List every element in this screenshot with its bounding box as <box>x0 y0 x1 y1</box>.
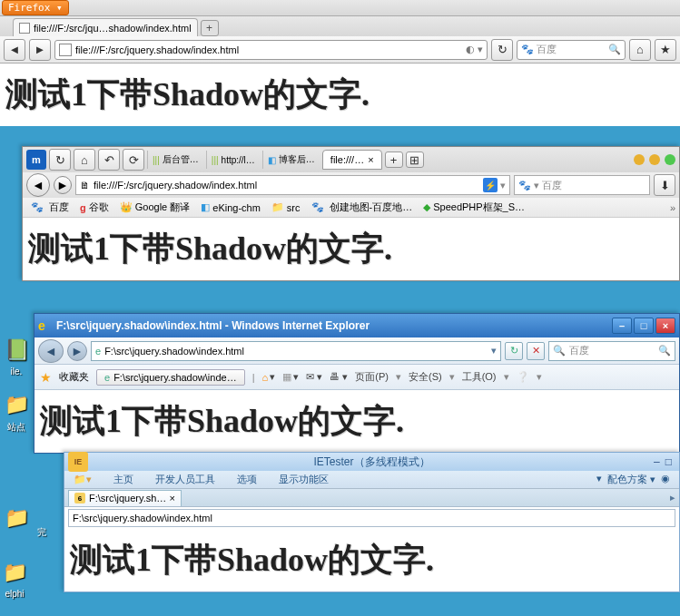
search-box[interactable]: 🐾 ▾ 百度 <box>514 175 650 195</box>
bookmark-item[interactable]: 🐾百度 <box>26 200 74 214</box>
minimize-button[interactable]: – <box>654 455 660 468</box>
dropdown-icon[interactable]: ▾ <box>596 473 602 486</box>
history-button[interactable]: ⟳ <box>123 149 144 171</box>
new-tab-button[interactable]: + <box>201 20 219 36</box>
ie-urlrow: ◄ ► e F:\src\jquery.shadow\index.html ▾ … <box>34 337 679 365</box>
favorites-star-icon[interactable]: ★ <box>40 370 52 385</box>
url-bar[interactable]: file:///F:/src/jquery.shadow/index.html … <box>54 40 488 60</box>
new-tab-button[interactable]: + <box>385 152 403 168</box>
rss-button[interactable]: ▦▾ <box>282 371 299 383</box>
reload-button[interactable]: ↻ <box>49 149 71 171</box>
search-icon[interactable]: 🔍 <box>608 44 621 55</box>
bookmark-item[interactable]: g谷歌 <box>75 200 113 214</box>
firefox-menubar: Firefox ▾ <box>0 0 680 16</box>
active-tab[interactable]: file:///… × <box>322 150 382 170</box>
shadow-text: 测试1下带Shadow的文字. <box>23 218 679 280</box>
url-bar[interactable]: e F:\src\jquery.shadow\index.html ▾ <box>91 341 501 361</box>
search-box[interactable]: 🐾 百度 🔍 <box>517 40 626 60</box>
minimize-button[interactable] <box>634 154 645 165</box>
back-button[interactable]: ◄ <box>4 39 25 61</box>
window-title: F:\src\jquery.shadow\index.html - Window… <box>56 319 370 332</box>
ietester-icon: IE <box>68 452 88 472</box>
forward-button[interactable]: ► <box>67 341 87 361</box>
bookmark-item[interactable]: ◆SpeedPHP框架_S… <box>419 200 529 214</box>
url-bar[interactable]: F:\src\jquery.shadow\index.html <box>68 509 675 527</box>
folder-icon[interactable]: 📁▾ <box>74 474 92 485</box>
close-button[interactable] <box>665 154 675 165</box>
bookmarks-button[interactable]: ★ <box>655 39 676 61</box>
reload-button[interactable]: ↻ <box>491 39 513 61</box>
maxthon-tabbar: m ↻ ⌂ ↶ ⟳ |||后台管… |||http://l… ◧博客后… fil… <box>23 147 679 172</box>
color-scheme-menu[interactable]: 配色方案 ▾ <box>607 473 655 486</box>
bookmark-item[interactable]: 👑Google 翻译 <box>115 200 195 214</box>
ribbon-dev[interactable]: 开发人员工具 <box>155 473 215 486</box>
forward-button[interactable]: ► <box>54 176 72 194</box>
home-button[interactable]: ⌂ <box>74 149 95 171</box>
tab-next-button[interactable]: ▸ <box>670 492 675 504</box>
identity-icon[interactable]: ◐ ▾ <box>466 44 483 55</box>
minimize-button[interactable]: – <box>612 318 632 334</box>
mail-button[interactable]: ✉ ▾ <box>306 371 322 383</box>
search-box[interactable]: 🔍 百度 🔍 <box>548 341 675 361</box>
ietester-titlebar: IE IETester（多线程模式） – □ <box>64 453 679 471</box>
maximize-button[interactable]: □ <box>634 318 654 334</box>
background-tab[interactable]: ◧博客后… <box>262 151 320 169</box>
baidu-icon: 🐾 <box>31 201 44 213</box>
lightning-icon[interactable]: ⚡ <box>483 178 498 192</box>
ietester-window: IE IETester（多线程模式） – □ 📁▾ 主页 开发人员工具 选项 显… <box>64 452 680 592</box>
window-title: IETester（多线程模式） <box>313 455 429 470</box>
back-button[interactable]: ◄ <box>26 173 50 197</box>
dropdown-icon[interactable]: ▾ <box>500 180 506 191</box>
maxthon-content: 测试1下带Shadow的文字. <box>23 218 679 280</box>
home-button[interactable]: ⌂▾ <box>262 371 276 383</box>
close-tab-icon[interactable]: × <box>368 154 373 165</box>
dropdown-icon[interactable]: ▾ <box>491 345 497 357</box>
tools-menu[interactable]: 工具(O) <box>462 370 497 384</box>
firefox-tabbar: file:///F:/src/jqu…shadow/index.html + <box>0 16 680 36</box>
ribbon-display[interactable]: 显示功能区 <box>279 473 329 486</box>
folder-icon: 📁 <box>0 558 29 587</box>
refresh-button[interactable]: ↻ <box>505 342 523 360</box>
maximize-button[interactable]: □ <box>665 455 672 468</box>
desk-label: ile. <box>11 367 23 376</box>
ietester-tab[interactable]: 6 F:\src\jquery.sh… × <box>68 490 182 506</box>
undo-button[interactable]: ↶ <box>98 149 120 171</box>
bookmarks-overflow[interactable]: » <box>670 202 675 213</box>
download-button[interactable]: ⬇ <box>654 174 675 196</box>
tabs-grid-button[interactable]: ⊞ <box>406 152 424 168</box>
help-icon[interactable]: ◉ <box>661 473 670 486</box>
shadow-text: 测试1下带Shadow的文字. <box>34 390 679 453</box>
bookmark-item[interactable]: ◧eKing-chm <box>196 201 265 213</box>
maxthon-urlbar: ◄ ► 🗎 file:///F:/src/jquery.shadow/index… <box>23 172 679 198</box>
ie-content: 测试1下带Shadow的文字. <box>34 390 679 453</box>
close-button[interactable]: × <box>655 318 675 334</box>
url-bar[interactable]: 🗎 file:///F:/src/jquery.shadow/index.htm… <box>75 175 510 195</box>
search-placeholder: 百度 <box>569 344 589 357</box>
folder-icon: 📁 <box>271 201 284 213</box>
ie-window: e F:\src\jquery.shadow\index.html - Wind… <box>34 313 680 454</box>
safety-menu[interactable]: 安全(S) <box>409 370 442 384</box>
background-tab[interactable]: |||后台管… <box>147 151 203 169</box>
ribbon-home[interactable]: 主页 <box>113 473 133 486</box>
ribbon-opts[interactable]: 选项 <box>237 473 257 486</box>
ietester-content: 测试1下带Shadow的文字. <box>64 529 679 592</box>
bookmark-item[interactable]: 🐾创建地图-百度地… <box>307 200 418 214</box>
print-button[interactable]: 🖶 ▾ <box>330 371 348 383</box>
stop-button[interactable]: ✕ <box>527 342 545 360</box>
forward-button[interactable]: ► <box>29 39 51 61</box>
ie-tab[interactable]: e F:\src\jquery.shadow\inde… <box>96 369 245 386</box>
ie-page-icon: e <box>95 346 101 357</box>
firefox-tab[interactable]: file:///F:/src/jqu…shadow/index.html <box>13 18 198 36</box>
firefox-menu-button[interactable]: Firefox ▾ <box>2 0 69 15</box>
firefox-window: Firefox ▾ file:///F:/src/jqu…shadow/inde… <box>0 0 680 126</box>
maximize-button[interactable] <box>649 154 660 165</box>
back-button[interactable]: ◄ <box>38 339 64 363</box>
maxthon-logo-icon[interactable]: m <box>26 150 46 170</box>
background-tab[interactable]: |||http://l… <box>206 151 260 169</box>
favorites-label[interactable]: 收藏夹 <box>59 370 89 384</box>
page-menu[interactable]: 页面(P) <box>355 370 389 384</box>
baidu-icon: 🐾 <box>521 44 534 55</box>
bookmark-item[interactable]: 📁src <box>267 201 305 213</box>
help-button[interactable]: ❔ <box>517 371 529 383</box>
home-button[interactable]: ⌂ <box>629 39 651 61</box>
